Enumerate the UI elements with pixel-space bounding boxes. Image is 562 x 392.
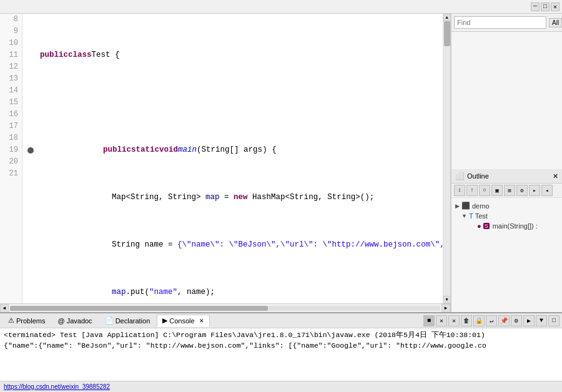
editor-content: 8 9 10 11 12 13 14 15 16 17 18 19 20 21 … [0,14,450,303]
code-line-9 [27,97,443,109]
console-terminated-line: <terminated> Test [Java Application] C:\… [4,330,558,340]
tab-javadoc[interactable]: @ Javadoc [52,315,97,327]
tab-problems[interactable]: ⚠ Problems [2,315,51,327]
console-output-line: {"name":{"name": "BeJson","url": "http:/… [4,340,558,351]
scroll-right-arrow[interactable]: ► [441,304,450,313]
class-icon: T [469,212,473,220]
problems-icon: ⚠ [8,316,14,325]
tab-problems-label: Problems [16,317,45,325]
close-button[interactable]: ✕ [551,2,560,11]
maximize-button[interactable]: □ [541,2,550,11]
tree-item-main[interactable]: ● S main(String[]) : [451,221,562,231]
outline-sort-btn-2[interactable]: ↑ [466,185,478,196]
scroll-lock-btn[interactable]: 🔒 [473,315,485,326]
tab-javadoc-label: Javadoc [67,317,92,325]
code-line-8: public class Test { [27,49,443,61]
editor-pane: 8 9 10 11 12 13 14 15 16 17 18 19 20 21 … [0,14,451,312]
outline-expand-btn[interactable]: ⊞ [504,185,515,196]
bottom-panel: ⚠ Problems @ Javadoc 📄 Declaration ▶ Con… [0,312,562,381]
pin-btn[interactable]: 📌 [498,315,510,326]
vertical-scrollbar[interactable]: ▲ ▼ [443,14,450,303]
word-wrap-btn[interactable]: ↵ [486,315,497,326]
find-bar: All A [451,14,562,32]
remove-btn[interactable]: ✕ [448,315,460,326]
console-toolbar-right: ■ ✕ ✕ 🗑 🔒 ↵ 📌 ⚙ ▶ ▼ □ [423,315,560,326]
tree-label-demo: demo [472,202,490,210]
h-scroll-thumb[interactable] [10,306,268,311]
expand-icon: ▶ [455,203,460,209]
outline-hide-btn-2[interactable]: ▣ [491,185,503,196]
tree-label-main: main(String[]) : [493,222,538,230]
scroll-up-arrow[interactable]: ▲ [443,14,451,21]
package-icon: ⬛ [461,202,470,210]
outline-header: ⬜ Outline ✕ [451,169,562,184]
code-line-13: map.put("name", name); [27,287,443,298]
find-input[interactable] [454,16,546,29]
outline-more-btn-2[interactable]: ◂ [541,185,553,196]
scroll-thumb[interactable] [444,21,450,46]
scroll-left-arrow[interactable]: ◄ [0,304,9,313]
horizontal-scrollbar[interactable]: ◄ ► [0,303,450,312]
expand-icon-test: ▼ [461,213,467,219]
terminate-btn[interactable]: ✕ [436,315,447,326]
tab-declaration[interactable]: 📄 Declaration [99,315,156,327]
right-sidebar: All A ⬜ Outline ✕ ↕ ↑ ○ ▣ ⊞ ⚙ ▸ ◂ ▶ ⬛ de… [451,14,562,312]
outline-close-button[interactable]: ✕ [553,172,558,180]
outline-more-btn-1[interactable]: ▸ [529,185,540,196]
stop-btn[interactable]: ■ [423,315,435,326]
scroll-down-arrow[interactable]: ▼ [443,296,451,303]
main-area: 8 9 10 11 12 13 14 15 16 17 18 19 20 21 … [0,14,562,312]
outline-settings-btn[interactable]: ⚙ [516,185,528,196]
console-icon: ▶ [162,316,167,325]
code-area[interactable]: public class Test { public static void m… [22,14,443,303]
outline-title: Outline [467,172,489,180]
tab-console-label: Console [169,317,194,325]
minimize-button[interactable]: ─ [531,2,540,11]
scroll-track [443,21,451,296]
outline-icon: ⬜ [455,172,465,180]
status-url[interactable]: https://blog.csdn.net/weixin_39885282 [4,383,110,390]
code-line-10: public static void main(String[] args) { [27,144,443,156]
maximize-console-btn[interactable]: □ [548,315,560,326]
status-bar: https://blog.csdn.net/weixin_39885282 [0,381,562,392]
method-badge: S [483,223,490,229]
method-icon: ● [477,222,481,230]
console-tab-close[interactable]: ✕ [199,318,204,324]
code-line-11: Map<String, String> map = new HashMap<St… [27,192,443,203]
tree-item-demo[interactable]: ▶ ⬛ demo [451,200,562,211]
minimize-console-btn[interactable]: ▼ [536,315,547,326]
outline-sort-btn-1[interactable]: ↕ [454,185,465,196]
tab-console[interactable]: ▶ Console ✕ [157,315,209,327]
tree-item-test[interactable]: ▼ T Test [451,211,562,221]
more-console-btn[interactable]: ▶ [523,315,535,326]
javadoc-icon: @ [57,317,64,325]
tree-label-test: Test [475,212,488,220]
line-numbers: 8 9 10 11 12 13 14 15 16 17 18 19 20 21 [0,14,22,303]
outline-toolbar: ↕ ↑ ○ ▣ ⊞ ⚙ ▸ ◂ [451,184,562,198]
settings-console-btn[interactable]: ⚙ [511,315,522,326]
outline-tree: ▶ ⬛ demo ▼ T Test ● S main(String[]) : [451,198,562,233]
bottom-tabs: ⚠ Problems @ Javadoc 📄 Declaration ▶ Con… [0,313,562,328]
outline-hide-btn-1[interactable]: ○ [479,185,490,196]
find-all-button[interactable]: All [549,18,562,27]
declaration-icon: 📄 [105,316,114,325]
clear-btn[interactable]: 🗑 [461,315,472,326]
code-line-12: String name = {\"name\": \"BeJson\",\"ur… [27,239,443,251]
title-bar: ─ □ ✕ [0,0,562,14]
h-scroll-track [10,306,440,311]
console-content: <terminated> Test [Java Application] C:\… [0,328,562,381]
tab-declaration-label: Declaration [116,317,150,325]
